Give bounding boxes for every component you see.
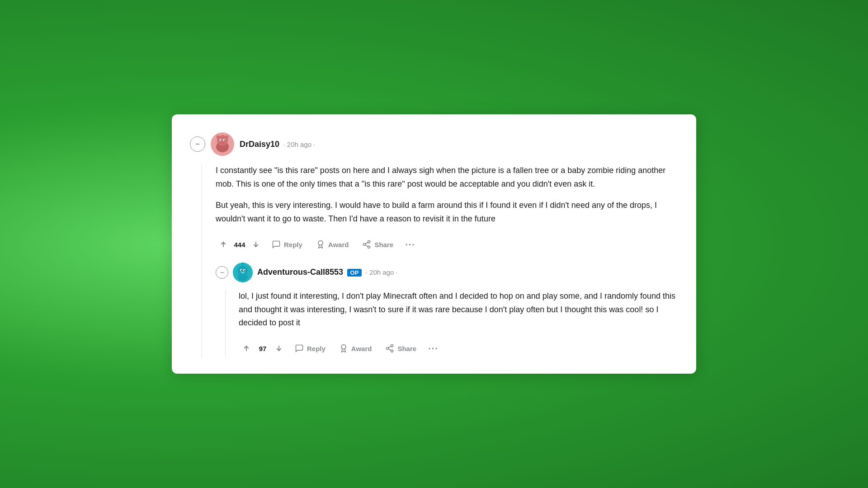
svg-point-5 xyxy=(224,140,225,141)
nested-minus-icon: − xyxy=(220,269,224,276)
svg-point-23 xyxy=(242,263,244,265)
svg-point-17 xyxy=(238,273,248,281)
nested-downvote-button[interactable] xyxy=(271,341,287,356)
nested-award-button[interactable]: Award xyxy=(334,340,377,357)
more-icon: ··· xyxy=(405,239,415,250)
nested-reply-label: Reply xyxy=(307,345,326,352)
svg-line-15 xyxy=(366,243,368,244)
nested-reply-button[interactable]: Reply xyxy=(289,340,331,357)
nested-comment: − xyxy=(216,263,678,357)
nested-avatar xyxy=(233,263,253,282)
minus-icon: − xyxy=(195,140,199,148)
nested-more-icon: ··· xyxy=(428,343,439,354)
award-button[interactable]: Award xyxy=(311,236,354,253)
nested-thread-line xyxy=(225,290,226,357)
nested-action-bar: 97 xyxy=(239,340,678,357)
more-button[interactable]: ··· xyxy=(401,236,419,253)
upvote-icon xyxy=(219,240,228,249)
comment-paragraph-1: I constantly see "is this rare" posts on… xyxy=(216,164,678,191)
nested-paragraph: lol, I just found it interesting, I don'… xyxy=(239,290,678,330)
svg-point-21 xyxy=(244,270,245,271)
reply-button[interactable]: Reply xyxy=(266,236,308,253)
svg-line-14 xyxy=(366,245,368,247)
svg-point-20 xyxy=(241,270,242,271)
share-label: Share xyxy=(374,241,393,249)
nested-award-icon xyxy=(339,344,348,353)
op-badge: OP xyxy=(347,269,362,277)
downvote-icon xyxy=(251,240,260,249)
nested-comment-header: − xyxy=(216,263,678,282)
svg-line-30 xyxy=(389,349,392,351)
comment-thread-wrapper: I constantly see "is this rare" posts on… xyxy=(190,164,678,357)
nested-reply-icon xyxy=(295,344,304,353)
comment-text: I constantly see "is this rare" posts on… xyxy=(216,164,678,226)
share-button[interactable]: Share xyxy=(357,236,399,253)
comment-card: − xyxy=(172,114,696,374)
nested-share-label: Share xyxy=(397,345,416,352)
top-comment: − xyxy=(190,132,678,357)
upvote-button[interactable] xyxy=(216,237,231,252)
share-icon xyxy=(362,240,371,249)
nested-timestamp: · 20h ago · xyxy=(366,268,398,276)
comment-body: I constantly see "is this rare" posts on… xyxy=(216,164,678,357)
nested-downvote-icon xyxy=(274,344,283,353)
award-icon xyxy=(316,240,325,249)
downvote-button[interactable] xyxy=(248,237,264,252)
nested-share-button[interactable]: Share xyxy=(380,340,422,357)
nested-username[interactable]: Adventurous-Call8553 xyxy=(257,267,343,277)
nested-share-icon xyxy=(385,344,394,353)
nested-content-wrapper: lol, I just found it interesting, I don'… xyxy=(216,290,678,357)
action-bar: 444 Reply xyxy=(216,236,678,253)
svg-point-4 xyxy=(221,140,222,141)
nested-upvote-icon xyxy=(242,344,251,353)
username[interactable]: DrDaisy10 xyxy=(240,140,279,149)
svg-line-31 xyxy=(389,347,392,348)
nested-collapse-button[interactable]: − xyxy=(216,266,228,279)
avatar xyxy=(211,132,234,156)
collapse-button[interactable]: − xyxy=(190,136,205,152)
nested-award-label: Award xyxy=(351,345,372,352)
comment-user-info: DrDaisy10 · 20h ago · xyxy=(240,140,315,149)
vote-count: 444 xyxy=(233,241,246,249)
comment-paragraph-2: But yeah, this is very interesting. I wo… xyxy=(216,199,678,225)
nested-vote-count: 97 xyxy=(256,345,269,352)
nested-user-info: Adventurous-Call8553 OP · 20h ago · xyxy=(257,267,398,277)
reply-icon xyxy=(272,240,281,249)
avatar-drdaisy-art xyxy=(211,132,234,156)
award-label: Award xyxy=(328,241,349,249)
comment-timestamp: · 20h ago · xyxy=(283,141,316,148)
nested-comment-body: lol, I just found it interesting, I don'… xyxy=(239,290,678,357)
comment-header: − xyxy=(190,132,678,156)
reply-label: Reply xyxy=(284,241,302,249)
vote-group: 444 xyxy=(216,237,264,252)
nested-vote-group: 97 xyxy=(239,341,287,356)
nested-upvote-button[interactable] xyxy=(239,341,254,356)
nested-comment-text: lol, I just found it interesting, I don'… xyxy=(239,290,678,330)
avatar-adventurous-art xyxy=(233,263,253,282)
thread-line xyxy=(201,164,202,357)
nested-more-button[interactable]: ··· xyxy=(425,340,442,357)
